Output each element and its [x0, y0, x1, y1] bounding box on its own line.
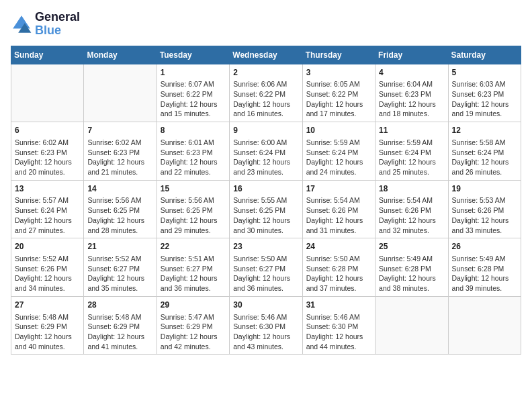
day-cell: 7Sunrise: 6:02 AM Sunset: 6:23 PM Daylig…: [84, 122, 157, 181]
day-cell: 10Sunrise: 5:59 AM Sunset: 6:24 PM Dayli…: [302, 122, 375, 181]
day-number: 14: [87, 183, 152, 195]
header-cell-wednesday: Wednesday: [230, 46, 302, 64]
day-cell: 13Sunrise: 5:57 AM Sunset: 6:24 PM Dayli…: [11, 180, 84, 238]
day-number: 18: [379, 183, 444, 195]
logo: General Blue: [11, 11, 80, 38]
header-cell-saturday: Saturday: [448, 46, 521, 64]
day-cell: 20Sunrise: 5:52 AM Sunset: 6:26 PM Dayli…: [11, 238, 84, 297]
day-cell: 29Sunrise: 5:47 AM Sunset: 6:29 PM Dayli…: [157, 296, 229, 355]
logo-text: General Blue: [35, 11, 80, 38]
day-cell: [84, 64, 157, 122]
day-number: 20: [15, 241, 80, 253]
calendar-body: 1Sunrise: 6:07 AM Sunset: 6:22 PM Daylig…: [11, 64, 521, 355]
day-cell: 4Sunrise: 6:04 AM Sunset: 6:23 PM Daylig…: [375, 64, 448, 122]
day-number: 6: [15, 125, 80, 136]
day-number: 26: [452, 241, 517, 253]
day-info: Sunrise: 5:55 AM Sunset: 6:25 PM Dayligh…: [233, 195, 298, 235]
day-cell: 5Sunrise: 6:03 AM Sunset: 6:23 PM Daylig…: [448, 64, 521, 122]
day-cell: 14Sunrise: 5:56 AM Sunset: 6:25 PM Dayli…: [84, 180, 157, 238]
day-cell: 8Sunrise: 6:01 AM Sunset: 6:23 PM Daylig…: [157, 122, 229, 181]
header-cell-sunday: Sunday: [11, 46, 84, 64]
day-number: 31: [306, 300, 371, 311]
day-cell: 19Sunrise: 5:53 AM Sunset: 6:26 PM Dayli…: [448, 180, 521, 238]
day-number: 17: [306, 183, 371, 195]
day-info: Sunrise: 5:48 AM Sunset: 6:29 PM Dayligh…: [15, 312, 80, 352]
day-cell: [11, 64, 84, 122]
day-cell: 9Sunrise: 6:00 AM Sunset: 6:24 PM Daylig…: [230, 122, 302, 181]
day-info: Sunrise: 6:03 AM Sunset: 6:23 PM Dayligh…: [452, 79, 517, 119]
header-cell-thursday: Thursday: [302, 46, 375, 64]
day-cell: 6Sunrise: 6:02 AM Sunset: 6:23 PM Daylig…: [11, 122, 84, 181]
day-info: Sunrise: 5:52 AM Sunset: 6:27 PM Dayligh…: [87, 254, 152, 293]
day-number: 1: [161, 67, 226, 79]
day-info: Sunrise: 5:50 AM Sunset: 6:27 PM Dayligh…: [233, 254, 298, 293]
day-number: 2: [233, 67, 298, 79]
day-cell: 28Sunrise: 5:48 AM Sunset: 6:29 PM Dayli…: [84, 296, 157, 355]
day-info: Sunrise: 6:05 AM Sunset: 6:22 PM Dayligh…: [306, 79, 371, 119]
svg-marker-0: [13, 15, 30, 28]
day-number: 7: [87, 125, 152, 136]
day-info: Sunrise: 6:02 AM Sunset: 6:23 PM Dayligh…: [87, 138, 152, 177]
day-info: Sunrise: 5:59 AM Sunset: 6:24 PM Dayligh…: [379, 138, 444, 177]
page-header: General Blue: [11, 11, 521, 38]
day-info: Sunrise: 5:59 AM Sunset: 6:24 PM Dayligh…: [306, 138, 371, 177]
day-number: 27: [15, 300, 80, 311]
day-info: Sunrise: 6:01 AM Sunset: 6:23 PM Dayligh…: [161, 138, 226, 177]
day-info: Sunrise: 5:53 AM Sunset: 6:26 PM Dayligh…: [452, 195, 517, 235]
day-cell: 25Sunrise: 5:49 AM Sunset: 6:28 PM Dayli…: [375, 238, 448, 297]
week-row-1: 1Sunrise: 6:07 AM Sunset: 6:22 PM Daylig…: [11, 64, 521, 122]
day-number: 16: [233, 183, 298, 195]
day-info: Sunrise: 6:06 AM Sunset: 6:22 PM Dayligh…: [233, 79, 298, 119]
day-cell: 15Sunrise: 5:56 AM Sunset: 6:25 PM Dayli…: [157, 180, 229, 238]
day-number: 28: [87, 300, 152, 311]
day-number: 4: [379, 67, 444, 79]
day-info: Sunrise: 6:07 AM Sunset: 6:22 PM Dayligh…: [161, 79, 226, 119]
day-cell: 24Sunrise: 5:50 AM Sunset: 6:28 PM Dayli…: [302, 238, 375, 297]
day-cell: 22Sunrise: 5:51 AM Sunset: 6:27 PM Dayli…: [157, 238, 229, 297]
day-info: Sunrise: 5:56 AM Sunset: 6:25 PM Dayligh…: [87, 195, 152, 235]
day-info: Sunrise: 5:51 AM Sunset: 6:27 PM Dayligh…: [161, 254, 226, 293]
day-number: 5: [452, 67, 517, 79]
day-number: 24: [306, 241, 371, 253]
day-number: 25: [379, 241, 444, 253]
day-cell: 17Sunrise: 5:54 AM Sunset: 6:26 PM Dayli…: [302, 180, 375, 238]
day-number: 10: [306, 125, 371, 136]
day-cell: 27Sunrise: 5:48 AM Sunset: 6:29 PM Dayli…: [11, 296, 84, 355]
day-cell: 23Sunrise: 5:50 AM Sunset: 6:27 PM Dayli…: [230, 238, 302, 297]
day-number: 11: [379, 125, 444, 136]
day-number: 29: [161, 300, 226, 311]
day-cell: 30Sunrise: 5:46 AM Sunset: 6:30 PM Dayli…: [230, 296, 302, 355]
day-info: Sunrise: 5:50 AM Sunset: 6:28 PM Dayligh…: [306, 254, 371, 293]
day-info: Sunrise: 5:58 AM Sunset: 6:24 PM Dayligh…: [452, 138, 517, 177]
day-cell: 18Sunrise: 5:54 AM Sunset: 6:26 PM Dayli…: [375, 180, 448, 238]
week-row-4: 20Sunrise: 5:52 AM Sunset: 6:26 PM Dayli…: [11, 238, 521, 297]
day-cell: 12Sunrise: 5:58 AM Sunset: 6:24 PM Dayli…: [448, 122, 521, 181]
day-info: Sunrise: 5:54 AM Sunset: 6:26 PM Dayligh…: [306, 195, 371, 235]
day-info: Sunrise: 6:00 AM Sunset: 6:24 PM Dayligh…: [233, 138, 298, 177]
day-number: 23: [233, 241, 298, 253]
header-cell-tuesday: Tuesday: [157, 46, 229, 64]
day-info: Sunrise: 6:02 AM Sunset: 6:23 PM Dayligh…: [15, 138, 80, 177]
day-info: Sunrise: 5:46 AM Sunset: 6:30 PM Dayligh…: [233, 312, 298, 352]
week-row-3: 13Sunrise: 5:57 AM Sunset: 6:24 PM Dayli…: [11, 180, 521, 238]
day-number: 3: [306, 67, 371, 79]
day-number: 21: [87, 241, 152, 253]
day-cell: 2Sunrise: 6:06 AM Sunset: 6:22 PM Daylig…: [230, 64, 302, 122]
day-number: 15: [161, 183, 226, 195]
day-info: Sunrise: 5:48 AM Sunset: 6:29 PM Dayligh…: [87, 312, 152, 352]
day-cell: 3Sunrise: 6:05 AM Sunset: 6:22 PM Daylig…: [302, 64, 375, 122]
week-row-5: 27Sunrise: 5:48 AM Sunset: 6:29 PM Dayli…: [11, 296, 521, 355]
day-cell: 31Sunrise: 5:46 AM Sunset: 6:30 PM Dayli…: [302, 296, 375, 355]
day-info: Sunrise: 5:57 AM Sunset: 6:24 PM Dayligh…: [15, 195, 80, 235]
header-cell-friday: Friday: [375, 46, 448, 64]
day-cell: 11Sunrise: 5:59 AM Sunset: 6:24 PM Dayli…: [375, 122, 448, 181]
day-cell: 21Sunrise: 5:52 AM Sunset: 6:27 PM Dayli…: [84, 238, 157, 297]
day-cell: 26Sunrise: 5:49 AM Sunset: 6:28 PM Dayli…: [448, 238, 521, 297]
day-cell: [448, 296, 521, 355]
header-cell-monday: Monday: [84, 46, 157, 64]
header-row: SundayMondayTuesdayWednesdayThursdayFrid…: [11, 46, 521, 64]
day-info: Sunrise: 5:46 AM Sunset: 6:30 PM Dayligh…: [306, 312, 371, 352]
day-number: 12: [452, 125, 517, 136]
day-number: 30: [233, 300, 298, 311]
day-info: Sunrise: 6:04 AM Sunset: 6:23 PM Dayligh…: [379, 79, 444, 119]
